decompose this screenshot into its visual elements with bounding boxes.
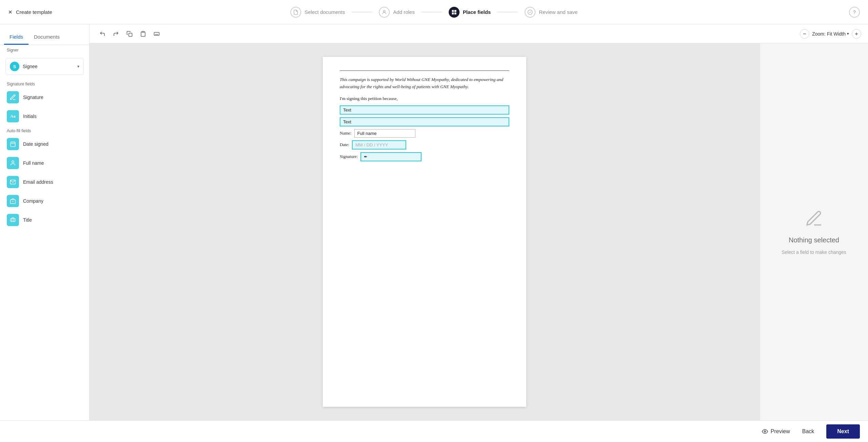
doc-text-row-2: Text bbox=[340, 117, 509, 126]
step-icon-place-fields bbox=[449, 7, 459, 18]
create-template-label: Create template bbox=[16, 9, 52, 15]
redo-button[interactable] bbox=[110, 28, 122, 40]
chevron-down-icon: ▾ bbox=[77, 64, 79, 69]
doc-date-field[interactable]: MM / DD / YYYY bbox=[352, 140, 406, 149]
sidebar-item-date-signed[interactable]: Date signed bbox=[0, 135, 89, 154]
tab-fields[interactable]: Fields bbox=[4, 30, 28, 45]
nav-divider-1 bbox=[352, 12, 372, 12]
doc-divider-line bbox=[340, 71, 509, 71]
preview-button[interactable]: Preview bbox=[762, 428, 790, 435]
doc-signature-field[interactable]: ✒ bbox=[360, 152, 421, 161]
svg-rect-4 bbox=[454, 13, 456, 14]
doc-signature-label: Signature: bbox=[340, 154, 358, 159]
email-address-icon bbox=[7, 176, 19, 188]
doc-text-field-2[interactable]: Text bbox=[340, 117, 509, 126]
step-label-add-roles: Add roles bbox=[393, 9, 415, 15]
doc-text-field-1[interactable]: Text bbox=[340, 105, 509, 115]
editor-area: Zoom: Fit Width ▾ This campaign is suppo… bbox=[90, 24, 868, 420]
doc-date-label: Date: bbox=[340, 142, 349, 147]
doc-signature-row: Signature: ✒ bbox=[340, 152, 509, 161]
main-layout: Fields Documents Signer S Signee ▾ Signa… bbox=[0, 24, 868, 420]
svg-rect-1 bbox=[452, 10, 454, 12]
date-signed-label: Date signed bbox=[23, 141, 48, 147]
full-name-label: Full name bbox=[23, 160, 44, 166]
doc-name-row: Name: Full name bbox=[340, 129, 509, 138]
doc-date-row: Date: MM / DD / YYYY bbox=[340, 140, 509, 149]
step-label-select-documents: Select documents bbox=[304, 9, 345, 15]
autofill-fields-label: Auto-fill fields bbox=[0, 126, 89, 135]
signature-icon bbox=[7, 91, 19, 103]
company-label: Company bbox=[23, 198, 43, 204]
tab-documents[interactable]: Documents bbox=[28, 30, 65, 45]
step-place-fields[interactable]: Place fields bbox=[442, 7, 498, 18]
svg-point-10 bbox=[12, 161, 14, 163]
step-label-place-fields: Place fields bbox=[463, 9, 491, 15]
help-icon: ? bbox=[853, 9, 856, 15]
doc-name-label: Name: bbox=[340, 130, 352, 136]
sidebar-item-title[interactable]: Title bbox=[0, 210, 89, 229]
doc-text-row-1: Text bbox=[340, 105, 509, 115]
undo-button[interactable] bbox=[96, 28, 108, 40]
initials-icon: Aa bbox=[7, 110, 19, 122]
zoom-out-button[interactable] bbox=[800, 29, 809, 39]
signee-avatar: S bbox=[10, 62, 19, 71]
full-name-icon bbox=[7, 157, 19, 169]
company-icon bbox=[7, 195, 19, 207]
svg-rect-15 bbox=[142, 31, 144, 32]
svg-rect-14 bbox=[129, 33, 132, 36]
bottom-bar: Preview Back Next bbox=[0, 420, 868, 442]
svg-rect-2 bbox=[454, 10, 456, 12]
svg-rect-3 bbox=[452, 13, 454, 14]
document-canvas[interactable]: This campaign is supported by World With… bbox=[90, 43, 760, 420]
document-page: This campaign is supported by World With… bbox=[323, 57, 526, 407]
sidebar-item-company[interactable]: Company bbox=[0, 192, 89, 210]
initials-label: Initials bbox=[23, 114, 37, 119]
nothing-selected-title: Nothing selected bbox=[789, 236, 839, 244]
right-panel: Nothing selected Select a field to make … bbox=[760, 43, 868, 420]
doc-italic-paragraph: This campaign is supported by World With… bbox=[340, 76, 509, 91]
signee-dropdown[interactable]: S Signee ▾ bbox=[5, 58, 84, 75]
paste-button[interactable] bbox=[137, 28, 149, 40]
sidebar-item-full-name[interactable]: Full name bbox=[0, 154, 89, 173]
sidebar-item-email-address[interactable]: Email address bbox=[0, 173, 89, 192]
svg-rect-6 bbox=[11, 142, 15, 147]
signee-name: Signee bbox=[23, 64, 74, 69]
title-icon bbox=[7, 214, 19, 226]
toolbar-right: Zoom: Fit Width ▾ bbox=[800, 29, 861, 39]
pencil-icon bbox=[805, 209, 824, 231]
zoom-chevron-icon: ▾ bbox=[847, 32, 849, 36]
signature-pen-icon: ✒ bbox=[364, 154, 368, 159]
svg-point-20 bbox=[764, 430, 766, 432]
preview-label: Preview bbox=[771, 428, 790, 435]
step-icon-select-documents bbox=[290, 7, 301, 18]
step-label-review-save: Review and save bbox=[539, 9, 577, 15]
zoom-label[interactable]: Zoom: Fit Width ▾ bbox=[812, 31, 849, 37]
help-button[interactable]: ? bbox=[849, 7, 860, 18]
top-nav: ✕ Create template Select documents Add r… bbox=[0, 0, 868, 24]
back-button[interactable]: Back bbox=[795, 425, 821, 438]
zoom-in-button[interactable] bbox=[852, 29, 861, 39]
nav-divider-3 bbox=[497, 12, 518, 12]
sidebar-item-signature[interactable]: Signature bbox=[0, 88, 89, 107]
svg-rect-16 bbox=[154, 32, 159, 35]
signature-fields-label: Signature fields bbox=[0, 79, 89, 88]
signer-label: Signer bbox=[0, 45, 89, 54]
step-select-documents[interactable]: Select documents bbox=[283, 7, 352, 18]
copy-button[interactable] bbox=[123, 28, 136, 40]
nav-divider-2 bbox=[421, 12, 442, 12]
keyboard-button[interactable] bbox=[151, 28, 163, 40]
doc-fullname-field[interactable]: Full name bbox=[354, 129, 415, 138]
nothing-selected-subtitle: Select a field to make changes bbox=[782, 249, 846, 255]
step-add-roles[interactable]: Add roles bbox=[372, 7, 421, 18]
next-button[interactable]: Next bbox=[826, 424, 860, 439]
step-review-save[interactable]: Review and save bbox=[518, 7, 584, 18]
doc-signing-text: I'm signing this petition because, bbox=[340, 96, 509, 101]
sidebar-tabs: Fields Documents bbox=[0, 30, 89, 45]
step-icon-add-roles bbox=[379, 7, 390, 18]
title-label: Title bbox=[23, 217, 32, 223]
close-button[interactable]: ✕ Create template bbox=[8, 9, 52, 15]
step-icon-review-save bbox=[525, 7, 535, 18]
sidebar-item-initials[interactable]: Aa Initials bbox=[0, 107, 89, 126]
email-address-label: Email address bbox=[23, 179, 53, 185]
toolbar-left bbox=[96, 28, 163, 40]
